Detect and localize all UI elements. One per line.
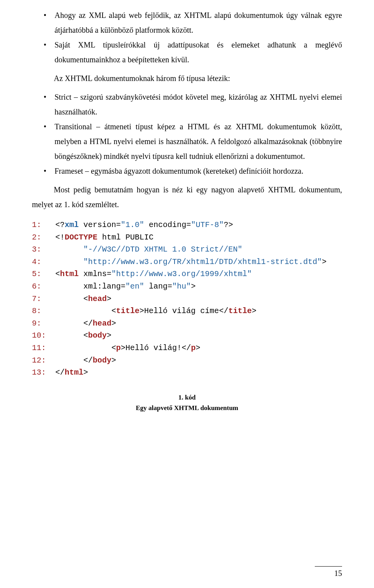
line-number: 4:: [32, 257, 41, 266]
list-item: Transitional – átmeneti típust képez a H…: [32, 119, 342, 164]
code-punct: <: [111, 306, 116, 315]
code-punct: >: [139, 306, 144, 315]
code-punct: >: [107, 294, 111, 303]
code-punct: >: [121, 343, 125, 352]
code-string: "hu": [172, 282, 191, 291]
code-tag: title: [228, 306, 252, 315]
code-punct: >: [252, 306, 256, 315]
list-item: Frameset – egymásba ágyazott dokumentumo…: [32, 164, 342, 178]
code-punct: >: [111, 319, 116, 328]
code-string: "http://www.w3.org/1999/xhtml": [111, 269, 252, 278]
line-number: 5:: [32, 269, 41, 278]
code-string: "http://www.w3.org/TR/xhtml1/DTD/xhtml1-…: [83, 257, 322, 266]
line-number: 11:: [32, 343, 46, 352]
code-tag: head: [93, 319, 111, 328]
code-text: html PUBLIC: [97, 233, 153, 242]
code-listing: 1: <?xml version="1.0" encoding="UTF-8"?…: [32, 219, 342, 379]
code-punct: >: [322, 257, 326, 266]
code-punct: <: [111, 343, 116, 352]
code-punct: ?>: [224, 220, 233, 229]
code-text: Helló világ címe: [144, 306, 219, 315]
line-number: 3:: [32, 245, 41, 254]
caption-number: 1. kód: [32, 392, 342, 403]
code-tag: body: [88, 331, 107, 340]
code-keyword: DOCTYPE: [65, 233, 97, 242]
line-number: 13:: [32, 368, 46, 377]
example-paragraph: Most pedig bemutatnám hogyan is néz ki e…: [32, 182, 342, 212]
code-keyword: xml: [65, 220, 79, 229]
page-number-value: 15: [334, 569, 342, 577]
code-string: "-//W3C//DTD XHTML 1.0 Strict//EN": [83, 245, 242, 254]
code-string: "UTF-8": [191, 220, 224, 229]
types-bullet-list: Strict – szigorú szabványkövetési módot …: [32, 90, 342, 178]
list-item: Saját XML típusleírókkal új adattípusoka…: [32, 37, 342, 67]
code-tag: head: [88, 294, 107, 303]
code-punct: </: [55, 368, 65, 377]
code-punct: <: [83, 331, 88, 340]
code-text: Helló világ!: [125, 343, 182, 352]
document-page: Ahogy az XML alapú web fejlődik, az XHTM…: [0, 0, 374, 588]
code-string: "en": [125, 282, 144, 291]
line-number: 8:: [32, 306, 41, 315]
code-tag: html: [60, 269, 79, 278]
code-punct: </: [83, 319, 93, 328]
line-number: 9:: [32, 319, 41, 328]
line-number: 2:: [32, 233, 41, 242]
line-number: 1:: [32, 220, 41, 229]
code-punct: </: [182, 343, 191, 352]
list-item: Strict – szigorú szabványkövetési módot …: [32, 90, 342, 119]
code-string: "1.0": [121, 220, 144, 229]
code-punct: <: [55, 269, 60, 278]
code-text: xmlns=: [79, 269, 111, 278]
line-number: 12:: [32, 356, 46, 365]
caption-text: Egy alapvető XHTML dokumentum: [32, 403, 342, 413]
code-tag: p: [191, 343, 196, 352]
line-number: 10:: [32, 331, 46, 340]
code-tag: p: [116, 343, 121, 352]
code-punct: >: [191, 282, 196, 291]
line-number: 6:: [32, 282, 41, 291]
code-text: encoding=: [144, 220, 191, 229]
intro-paragraph: Az XHTML dokumentumoknak három fő típusa…: [32, 71, 342, 86]
code-tag: title: [116, 306, 139, 315]
code-punct: >: [83, 368, 88, 377]
code-punct: <: [83, 294, 88, 303]
top-bullet-list: Ahogy az XML alapú web fejlődik, az XHTM…: [32, 8, 342, 67]
code-punct: <!: [55, 233, 65, 242]
code-tag: body: [93, 356, 111, 365]
code-punct: >: [111, 356, 116, 365]
page-number-line: [315, 566, 342, 567]
code-text: lang=: [144, 282, 172, 291]
example-text: Most pedig bemutatnám hogyan is néz ki e…: [32, 185, 342, 209]
list-item: Ahogy az XML alapú web fejlődik, az XHTM…: [32, 8, 342, 37]
code-punct: </: [83, 356, 93, 365]
code-punct: </: [219, 306, 228, 315]
code-tag: html: [65, 368, 83, 377]
code-punct: >: [196, 343, 200, 352]
page-number: 15: [315, 566, 342, 578]
code-punct: >: [107, 331, 111, 340]
code-text: xml:lang=: [83, 282, 125, 291]
code-punct: <?: [55, 220, 65, 229]
code-text: version=: [79, 220, 121, 229]
line-number: 7:: [32, 294, 41, 303]
